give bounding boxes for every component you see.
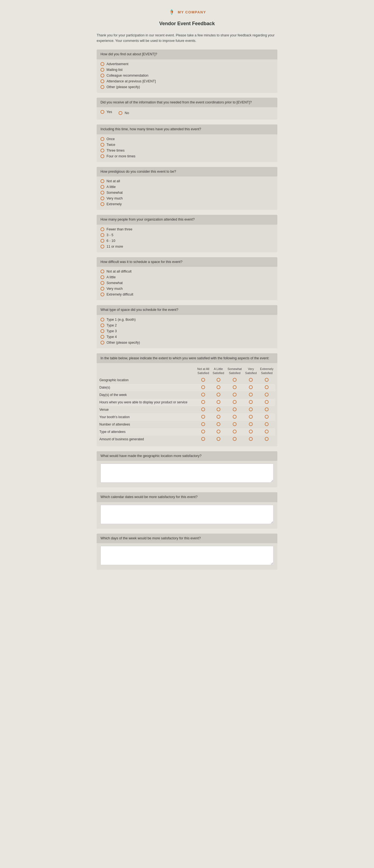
row-label: Date(s): [99, 384, 196, 391]
question-block-q3: Including this time, how many times have…: [97, 125, 277, 162]
radio-option[interactable]: Twice: [100, 143, 274, 147]
radio-circle: [100, 62, 104, 66]
table-cell[interactable]: [226, 376, 244, 384]
radio-option[interactable]: 11 or more: [100, 245, 274, 248]
table-cell[interactable]: [196, 399, 211, 406]
radio-circle: [100, 281, 104, 285]
table-cell[interactable]: [258, 436, 275, 443]
table-cell[interactable]: [196, 413, 211, 421]
table-cell[interactable]: [258, 391, 275, 399]
satisfaction-table-block: In the table below, please indicate the …: [97, 353, 277, 446]
table-cell[interactable]: [258, 413, 275, 421]
table-cell[interactable]: [196, 421, 211, 428]
radio-option[interactable]: Mailing list: [100, 68, 274, 72]
table-cell[interactable]: [211, 376, 226, 384]
table-cell[interactable]: [243, 436, 258, 443]
table-cell[interactable]: [196, 384, 211, 391]
table-cell[interactable]: [226, 428, 244, 436]
radio-option[interactable]: A little: [100, 275, 274, 279]
table-cell[interactable]: [226, 391, 244, 399]
radio-option[interactable]: Type 4: [100, 335, 274, 339]
table-cell[interactable]: [196, 391, 211, 399]
table-cell[interactable]: [243, 384, 258, 391]
radio-option[interactable]: Somewhat: [100, 191, 274, 194]
table-cell[interactable]: [243, 391, 258, 399]
table-cell[interactable]: [211, 413, 226, 421]
radio-option[interactable]: Yes: [100, 110, 112, 114]
radio-option[interactable]: Type 3: [100, 329, 274, 333]
radio-option[interactable]: 6 - 10: [100, 239, 274, 243]
table-cell[interactable]: [226, 436, 244, 443]
radio-option[interactable]: Type 2: [100, 323, 274, 327]
table-cell[interactable]: [258, 421, 275, 428]
radio-circle: [217, 378, 221, 382]
radio-circle: [233, 400, 236, 404]
radio-option[interactable]: Other (please specify): [100, 85, 274, 89]
radio-circle: [100, 149, 104, 152]
radio-option[interactable]: Advertisement: [100, 62, 274, 66]
radio-option[interactable]: Very much: [100, 287, 274, 290]
radio-option[interactable]: Very much: [100, 196, 274, 200]
question-block-q6: How difficult was it to schedule a space…: [97, 257, 277, 301]
table-cell[interactable]: [243, 428, 258, 436]
table-cell[interactable]: [243, 406, 258, 413]
radio-circle: [249, 422, 253, 426]
textarea-block-tq3: Which days of the week would be more sat…: [97, 534, 277, 570]
radio-option[interactable]: Not at all: [100, 179, 274, 183]
radio-option[interactable]: A little: [100, 185, 274, 189]
textarea-input-tq2[interactable]: [100, 505, 274, 524]
table-cell[interactable]: [226, 384, 244, 391]
table-cell[interactable]: [226, 406, 244, 413]
radio-option[interactable]: Fewer than three: [100, 227, 274, 231]
radio-circle: [100, 179, 104, 183]
radio-option[interactable]: Colleague recommendation: [100, 73, 274, 78]
radio-circle: [233, 393, 236, 397]
question-options-q7: Type 1 (e.g. Booth) Type 2 Type 3 Type 4…: [97, 315, 277, 348]
textarea-input-tq1[interactable]: [100, 464, 274, 483]
table-cell[interactable]: [211, 384, 226, 391]
table-cell[interactable]: [211, 406, 226, 413]
radio-option[interactable]: Attendance at previous [EVENT]: [100, 80, 274, 83]
table-cell[interactable]: [243, 376, 258, 384]
table-cell[interactable]: [258, 399, 275, 406]
table-cell[interactable]: [196, 428, 211, 436]
svg-marker-3: [171, 13, 173, 15]
radio-option[interactable]: Extremely: [100, 202, 274, 206]
table-cell[interactable]: [243, 421, 258, 428]
radio-circle: [100, 275, 104, 279]
radio-option[interactable]: Type 1 (e.g. Booth): [100, 318, 274, 321]
question-header-q7: What type of space did you schedule for …: [97, 305, 277, 315]
table-cell[interactable]: [243, 413, 258, 421]
table-cell[interactable]: [196, 406, 211, 413]
table-cell[interactable]: [258, 376, 275, 384]
table-cell[interactable]: [226, 399, 244, 406]
radio-option[interactable]: No: [119, 110, 129, 116]
table-row: Amount of business generated: [99, 436, 275, 443]
radio-option[interactable]: Somewhat: [100, 281, 274, 285]
question-block-q2: Did you receive all of the information t…: [97, 98, 277, 120]
table-cell[interactable]: [196, 436, 211, 443]
table-cell[interactable]: [243, 399, 258, 406]
table-cell[interactable]: [211, 391, 226, 399]
radio-circle: [217, 385, 221, 389]
row-label: Number of attendees: [99, 421, 196, 428]
table-cell[interactable]: [211, 421, 226, 428]
radio-option[interactable]: Three times: [100, 149, 274, 152]
textarea-input-tq3[interactable]: [100, 546, 274, 565]
table-cell[interactable]: [196, 376, 211, 384]
radio-option[interactable]: Once: [100, 137, 274, 141]
radio-option[interactable]: Four or more times: [100, 154, 274, 158]
table-cell[interactable]: [258, 428, 275, 436]
table-cell[interactable]: [226, 421, 244, 428]
table-cell[interactable]: [258, 406, 275, 413]
table-cell[interactable]: [211, 436, 226, 443]
table-cell[interactable]: [258, 384, 275, 391]
table-cell[interactable]: [211, 428, 226, 436]
radio-option[interactable]: Extremely difficult: [100, 292, 274, 297]
page-title: Vendor Event Feedback: [97, 21, 277, 27]
table-cell[interactable]: [226, 413, 244, 421]
radio-option[interactable]: 3 - 5: [100, 233, 274, 237]
radio-option[interactable]: Not at all difficult: [100, 270, 274, 273]
radio-option[interactable]: Other (please specify): [100, 341, 274, 344]
table-cell[interactable]: [211, 399, 226, 406]
